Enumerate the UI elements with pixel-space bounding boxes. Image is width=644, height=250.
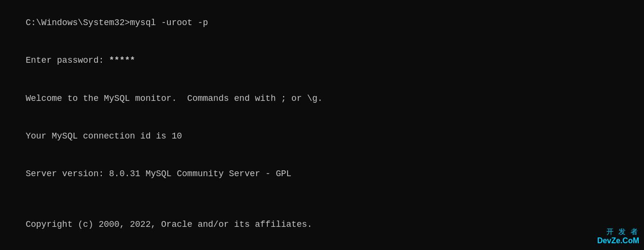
command-line: C:\Windows\System32>mysql -uroot -p	[5, 4, 639, 42]
welcome-line: Welcome to the MySQL monitor. Commands e…	[5, 80, 639, 117]
server-version-line: Server version: 8.0.31 MySQL Community S…	[5, 155, 639, 193]
connection-id-text: Your MySQL connection id is 10	[26, 131, 182, 141]
empty-line-1	[5, 193, 639, 205]
password-prompt-text: Enter password:	[26, 56, 109, 65]
watermark-domain: DevZe.CoM	[597, 236, 639, 246]
watermark: 开 发 者 DevZe.CoM	[597, 227, 639, 246]
command-text: C:\Windows\System32>mysql -uroot -p	[26, 18, 208, 28]
copyright-text: Copyright (c) 2000, 2022, Oracle and/or …	[26, 220, 312, 229]
connection-id-line: Your MySQL connection id is 10	[5, 117, 639, 155]
password-stars: *****	[109, 56, 135, 65]
watermark-chinese: 开 发 者	[597, 227, 639, 236]
empty-line-2	[5, 243, 639, 250]
terminal-window: C:\Windows\System32>mysql -uroot -p Ente…	[0, 0, 644, 250]
copyright-line: Copyright (c) 2000, 2022, Oracle and/or …	[5, 206, 639, 243]
password-line: Enter password: *****	[5, 42, 639, 79]
server-version-text: Server version: 8.0.31 MySQL Community S…	[26, 169, 291, 179]
welcome-text: Welcome to the MySQL monitor. Commands e…	[26, 94, 323, 103]
